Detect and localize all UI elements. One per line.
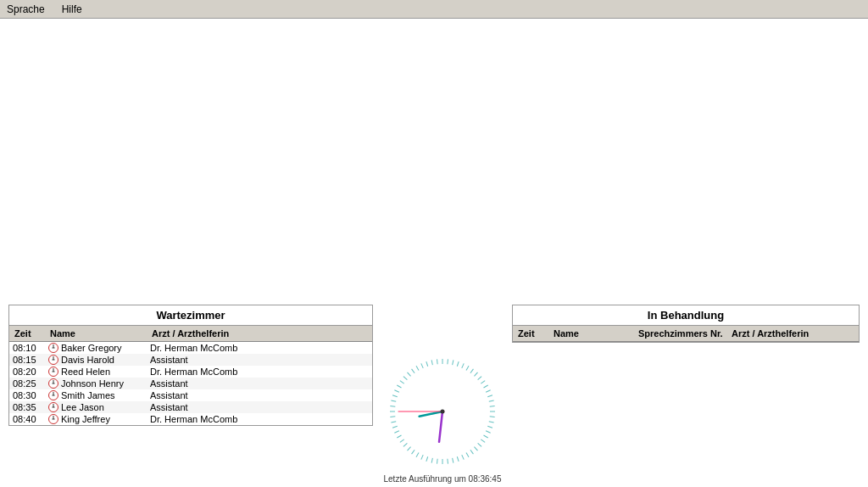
svg-line-48 xyxy=(392,395,398,397)
wartezimmer-header: Zeit Name Arzt / Arzthelferin xyxy=(9,326,372,342)
behandlung-col-arzt: Arzt / Arzthelferin xyxy=(730,327,855,339)
svg-line-50 xyxy=(397,385,401,388)
clock-icon xyxy=(48,355,58,365)
name-cell: Johnson Henry xyxy=(48,378,150,389)
svg-line-10 xyxy=(483,385,487,388)
arzt-cell: Dr. Herman McComb xyxy=(150,414,369,424)
svg-line-4 xyxy=(462,363,464,367)
table-row[interactable]: 08:40 King Jeffrey Dr. Herman McComb xyxy=(9,413,372,425)
svg-line-38 xyxy=(403,443,407,446)
wartezimmer-col-zeit: Zeit xyxy=(13,327,48,339)
name-cell: Smith James xyxy=(48,390,150,400)
svg-line-33 xyxy=(426,456,428,462)
svg-line-22 xyxy=(478,443,481,446)
svg-line-46 xyxy=(390,406,395,407)
svg-line-19 xyxy=(486,431,490,433)
svg-line-2 xyxy=(453,360,453,365)
name-cell: Baker Gregory xyxy=(48,343,150,353)
svg-line-57 xyxy=(426,361,428,367)
zeit-cell: 08:25 xyxy=(13,378,48,389)
svg-line-8 xyxy=(478,377,481,380)
svg-line-59 xyxy=(437,359,438,364)
clock-icon xyxy=(48,402,58,412)
zeit-cell: 08:20 xyxy=(13,367,48,377)
svg-line-41 xyxy=(394,431,398,433)
svg-line-61 xyxy=(420,411,442,417)
clock-icon xyxy=(48,378,58,389)
arzt-cell: Dr. Herman McComb xyxy=(150,367,369,377)
wartezimmer-col-arzt: Arzt / Arzthelferin xyxy=(150,327,369,339)
svg-line-18 xyxy=(487,426,492,428)
svg-line-26 xyxy=(462,455,464,459)
svg-line-58 xyxy=(431,360,432,365)
wartezimmer-panel: Wartezimmer Zeit Name Arzt / Arzthelferi… xyxy=(8,305,373,426)
table-row[interactable]: 08:20 Reed Helen Dr. Herman McComb xyxy=(9,366,372,378)
svg-line-13 xyxy=(489,400,494,401)
svg-line-35 xyxy=(416,452,419,456)
table-row[interactable]: 08:30 Smith James Assistant xyxy=(9,389,372,401)
svg-line-51 xyxy=(400,381,404,384)
svg-line-39 xyxy=(400,439,404,443)
clock-icon xyxy=(48,390,58,400)
table-row[interactable]: 08:35 Lee Jason Assistant xyxy=(9,401,372,413)
svg-line-6 xyxy=(470,369,474,373)
table-row[interactable]: 08:15 Davis Harold Assistant xyxy=(9,354,372,366)
svg-line-44 xyxy=(390,417,395,417)
svg-line-27 xyxy=(457,456,459,462)
svg-point-63 xyxy=(441,410,445,414)
svg-line-14 xyxy=(490,406,495,407)
svg-line-55 xyxy=(416,366,419,370)
svg-line-23 xyxy=(474,447,477,451)
behandlung-panel: In Behandlung Zeit Name Sprechzimmers Nr… xyxy=(512,305,860,343)
wartezimmer-col-name: Name xyxy=(48,327,150,339)
svg-line-20 xyxy=(483,435,487,438)
svg-line-34 xyxy=(421,455,423,459)
svg-line-5 xyxy=(466,366,469,370)
svg-line-52 xyxy=(403,377,407,380)
svg-line-31 xyxy=(437,459,438,464)
sprache-menu[interactable]: Sprache xyxy=(3,2,48,17)
svg-line-53 xyxy=(408,372,411,376)
behandlung-col-zeit: Zeit xyxy=(516,327,552,339)
svg-line-3 xyxy=(457,361,459,367)
zeit-cell: 08:15 xyxy=(13,355,48,365)
svg-line-1 xyxy=(448,359,448,364)
clock-display xyxy=(383,352,502,471)
main-area: Wartezimmer Zeit Name Arzt / Arzthelferi… xyxy=(0,19,868,487)
clock-label: Letzte Ausführung um 08:36:45 xyxy=(384,474,502,484)
svg-line-32 xyxy=(431,458,432,463)
zeit-cell: 08:10 xyxy=(13,343,48,353)
svg-line-29 xyxy=(448,459,448,464)
zeit-cell: 08:30 xyxy=(13,390,48,400)
zeit-cell: 08:40 xyxy=(13,414,48,424)
svg-line-56 xyxy=(421,363,423,367)
svg-line-37 xyxy=(408,447,411,451)
svg-line-9 xyxy=(481,381,485,384)
panels-area: Wartezimmer Zeit Name Arzt / Arzthelferi… xyxy=(0,305,868,487)
arzt-cell: Assistant xyxy=(150,378,369,389)
svg-line-24 xyxy=(470,450,474,454)
behandlung-col-name: Name xyxy=(552,327,637,339)
name-cell: Reed Helen xyxy=(48,367,150,377)
svg-line-11 xyxy=(486,390,490,392)
svg-line-28 xyxy=(453,458,453,463)
clock-icon xyxy=(48,343,58,353)
svg-line-17 xyxy=(489,422,494,423)
arzt-cell: Assistant xyxy=(150,390,369,400)
arzt-cell: Assistant xyxy=(150,355,369,365)
svg-line-47 xyxy=(391,400,396,401)
wartezimmer-rows: 08:10 Baker Gregory Dr. Herman McComb 08… xyxy=(9,342,372,425)
table-row[interactable]: 08:10 Baker Gregory Dr. Herman McComb xyxy=(9,342,372,354)
table-row[interactable]: 08:25 Johnson Henry Assistant xyxy=(9,378,372,389)
arzt-cell: Assistant xyxy=(150,402,369,412)
svg-line-42 xyxy=(392,426,398,428)
svg-line-43 xyxy=(391,422,396,423)
menubar: Sprache Hilfe xyxy=(0,0,868,19)
svg-line-54 xyxy=(412,369,415,373)
name-cell: King Jeffrey xyxy=(48,414,150,424)
clock-icon xyxy=(48,414,58,424)
hilfe-menu[interactable]: Hilfe xyxy=(58,2,86,17)
svg-line-40 xyxy=(397,435,401,438)
clock-area: Letzte Ausführung um 08:36:45 xyxy=(373,305,512,487)
behandlung-header: Zeit Name Sprechzimmers Nr. Arzt / Arzth… xyxy=(513,326,859,342)
